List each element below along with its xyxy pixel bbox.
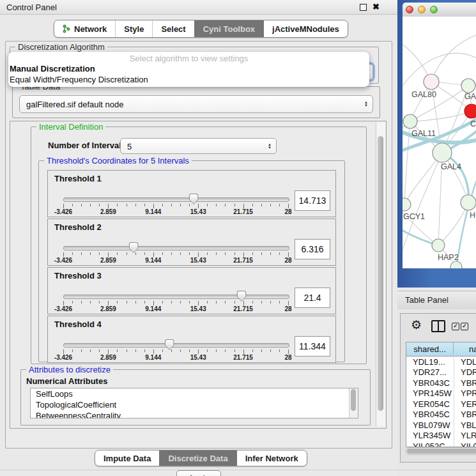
network-node-label: H (470, 211, 475, 220)
tab-label: Impute Data (104, 454, 151, 463)
table-cell: YBR043C (406, 378, 454, 388)
tab-style[interactable]: Style (115, 20, 152, 37)
table-row[interactable]: YBL079WYBL0 (406, 420, 476, 431)
network-node[interactable] (432, 239, 445, 252)
threshold-slider-track[interactable] (63, 343, 289, 348)
network-view-window[interactable]: GAL80GACGAL11GAL4GCY1HHAP2 (397, 0, 476, 288)
tab-label: Style (124, 24, 144, 34)
table-cell: YDL1 (454, 357, 476, 367)
network-node[interactable] (424, 74, 439, 89)
table-row[interactable]: YIL052CYIL0 (406, 441, 476, 447)
panel-title: Control Panel (6, 3, 57, 12)
close-icon[interactable]: ✖ (372, 2, 380, 12)
table-data-group: Table Data galFiltered.sif default node … (12, 86, 380, 118)
network-node[interactable] (464, 104, 476, 118)
table-data-combobox[interactable]: galFiltered.sif default node ▲▼ (19, 95, 373, 113)
gear-icon[interactable]: ⚙ (411, 319, 422, 331)
tab-network[interactable]: Network (54, 20, 115, 37)
table-cell: YBR045C (406, 410, 454, 419)
float-panel-icon[interactable] (360, 4, 367, 11)
threshold-slider-handle[interactable] (165, 339, 174, 350)
threshold-slider-handle[interactable] (189, 194, 199, 204)
network-node-label: GAL11 (411, 129, 436, 138)
attributes-listbox[interactable]: SelfLoopsTopologicalCoefficientBetweenne… (30, 388, 358, 418)
algorithm-option[interactable]: Equal Width/Frequency Discretization (8, 74, 369, 85)
tab-cyni-toolbox[interactable]: Cyni Toolbox (194, 20, 263, 37)
table-horizontal-scrollbar[interactable] (406, 447, 476, 455)
table-row[interactable]: YER054CYER0 (406, 399, 476, 410)
settings-scroll-panel: Interval Definition Number of Intervals … (10, 121, 387, 429)
columns-icon[interactable] (431, 320, 445, 332)
threshold-value-field[interactable]: 14.713 (295, 190, 330, 211)
table-row[interactable]: YLR345WYLR3 (406, 431, 476, 441)
scrollbar-thumb[interactable] (407, 449, 476, 454)
table-row[interactable]: YDL19...YDL1 (406, 357, 476, 367)
attribute-item[interactable]: SelfLoops (31, 388, 358, 399)
network-window-titlebar[interactable] (403, 3, 476, 17)
table-cell: YIL052C (406, 441, 454, 447)
slider-tick-labels: -3.4262.8599.14415.4321.71528 (63, 257, 288, 265)
network-node[interactable] (403, 114, 417, 128)
table-panel-title: Table Panel (405, 295, 449, 305)
threshold-slider-track[interactable] (63, 246, 289, 250)
zoom-traffic-light-icon[interactable] (430, 6, 438, 13)
tab-infer-network[interactable]: Infer Network (236, 450, 307, 466)
table-cell: YDL19... (406, 357, 454, 367)
checkbox-icon[interactable]: ✓ (461, 323, 468, 330)
network-node-label: GCY1 (403, 212, 425, 221)
close-traffic-light-icon[interactable] (406, 6, 413, 13)
column-header[interactable]: shared... (406, 342, 454, 356)
cyni-toolbox-panel: Discretization Algorithm ▲▼ Table Data g… (5, 41, 392, 449)
threshold-slider-handle[interactable] (237, 291, 247, 302)
scrollbar-thumb[interactable] (378, 136, 383, 411)
table-header-row: shared... na (406, 342, 476, 357)
network-node[interactable] (433, 143, 452, 162)
tab-label: Network (74, 24, 107, 34)
apply-button[interactable]: Apply (176, 470, 221, 476)
scrollbar-thumb[interactable] (351, 389, 356, 411)
table-cell: YER0 (454, 399, 476, 409)
tab-jactivemnodules[interactable]: jActiveMNodules (263, 20, 348, 37)
control-panel-tabs: NetworkStyleSelectCyni ToolboxjActiveMNo… (54, 20, 348, 38)
table-cell: YDR27... (406, 367, 454, 377)
table-cell: YBL0 (454, 420, 476, 430)
algorithm-option[interactable]: Manual Discretization (8, 63, 369, 74)
threshold-slider-handle[interactable] (129, 242, 139, 253)
network-node[interactable] (461, 79, 475, 93)
threshold-value-field[interactable]: 21.4 (295, 288, 330, 308)
number-of-intervals-combobox[interactable]: 5 ▲▼ (120, 138, 277, 154)
table-row[interactable]: YDR27...YDR2 (406, 367, 476, 378)
tab-impute-data[interactable]: Impute Data (95, 450, 159, 466)
slider-tick-labels: -3.4262.8599.14415.4321.71528 (63, 305, 288, 313)
network-node[interactable] (450, 261, 462, 268)
minimize-traffic-light-icon[interactable] (418, 6, 426, 13)
network-node[interactable] (403, 198, 411, 211)
node-attribute-table[interactable]: shared... na YDL19...YDL1YDR27...YDR2YBR… (406, 342, 476, 447)
interval-definition-group: Interval Definition Number of Intervals … (31, 127, 367, 364)
column-header[interactable]: na (454, 342, 476, 356)
threshold-slider-track[interactable] (63, 295, 289, 299)
network-canvas[interactable]: GAL80GACGAL11GAL4GCY1HHAP2 (403, 17, 476, 268)
tab-select[interactable]: Select (152, 20, 194, 37)
table-cell: YDR2 (454, 367, 476, 377)
attribute-item[interactable]: TopologicalCoefficient (31, 399, 358, 410)
threshold-value-field[interactable]: 11.344 (295, 336, 330, 357)
slider-tick-labels: -3.4262.8599.14415.4321.71528 (63, 354, 288, 362)
table-row[interactable]: YPR145WYPR1 (406, 388, 476, 399)
tab-discretize-data[interactable]: Discretize Data (159, 450, 236, 466)
threshold-panel: Threshold 1-3.4262.8599.14415.4321.71528… (47, 170, 336, 217)
panel-scrollbar[interactable] (376, 122, 385, 426)
network-node[interactable] (461, 195, 476, 210)
list-scrollbar[interactable] (349, 388, 358, 418)
threshold-panel: Threshold 2-3.4262.8599.14415.4321.71528… (47, 219, 336, 266)
threshold-slider-track[interactable] (63, 197, 289, 202)
table-row[interactable]: YBR045CYBR0 (406, 410, 476, 420)
app-window: Control Panel ✖ NetworkStyleSelectCyni T… (0, 0, 476, 476)
attribute-item[interactable]: BetweennessCentrality (31, 410, 358, 418)
table-cell: YBR0 (454, 410, 476, 419)
checkbox-icon[interactable]: ✓ (452, 323, 459, 330)
table-row[interactable]: YBR043CYBR0 (406, 378, 476, 388)
threshold-value-field[interactable]: 6.316 (295, 239, 330, 259)
threshold-sliders: Threshold 1-3.4262.8599.14415.4321.71528… (47, 170, 336, 364)
dropdown-options: Manual DiscretizationEqual Width/Frequen… (8, 63, 369, 85)
